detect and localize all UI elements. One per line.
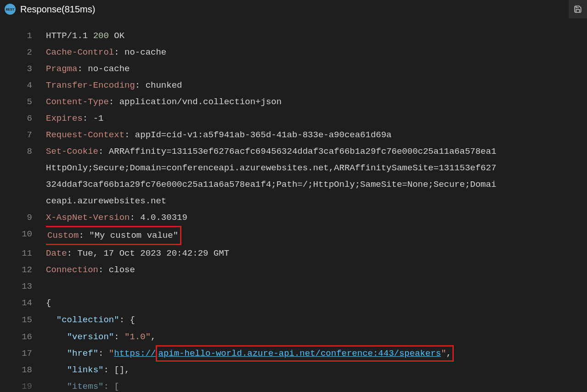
code-token: 200: [93, 31, 109, 41]
line-number: 6: [0, 110, 46, 127]
save-button[interactable]: [569, 0, 587, 18]
code-token: : chunked: [135, 80, 182, 90]
code-token: :: [98, 348, 109, 358]
line-content: Transfer-Encoding: chunked: [46, 77, 587, 94]
code-token: ": [441, 348, 446, 358]
code-token: : Tue, 17 Oct 2023 20:42:29 GMT: [67, 248, 229, 258]
line-number: 13: [0, 278, 46, 295]
line-content: ⌄{: [46, 295, 587, 312]
code-token: : application/vnd.collection+json: [109, 97, 282, 107]
code-token: HTTP/1.1: [46, 31, 93, 41]
line-content: Cache-Control: no-cache: [46, 44, 587, 61]
code-token: Connection: [46, 265, 98, 275]
line-number: 2: [0, 44, 46, 61]
code-token: HttpOnly;Secure;Domain=conferenceapi.azu…: [46, 163, 497, 173]
code-token: Request-Context: [46, 130, 124, 140]
code-line[interactable]: 8Set-Cookie: ARRAffinity=131153ef6276acf…: [0, 143, 587, 209]
code-token: : ARRAffinity=131153ef6276acfc69456324dd…: [98, 146, 497, 157]
code-token: : [],: [103, 365, 130, 375]
line-content: HTTP/1.1 200 OK: [46, 28, 587, 44]
line-number: 18: [0, 362, 46, 378]
line-content: X-AspNet-Version: 4.0.30319: [46, 209, 587, 226]
response-title: Response(815ms): [20, 4, 95, 15]
code-line[interactable]: 2Cache-Control: no-cache: [0, 44, 587, 61]
code-line[interactable]: 11Date: Tue, 17 Oct 2023 20:42:29 GMT: [0, 245, 587, 262]
highlight-annotation: apim-hello-world.azure-api.net/conferenc…: [156, 345, 454, 362]
code-token: : -1: [83, 113, 104, 123]
line-number: 7: [0, 127, 46, 143]
line-number: 12: [0, 262, 46, 278]
code-token: ": [109, 348, 114, 358]
code-token: Cache-Control: [46, 47, 114, 57]
line-content: Set-Cookie: ARRAffinity=131153ef6276acfc…: [46, 143, 587, 209]
line-content: Connection: close: [46, 262, 587, 278]
code-line[interactable]: 4Transfer-Encoding: chunked: [0, 77, 587, 94]
line-content: Date: Tue, 17 Oct 2023 20:42:29 GMT: [46, 245, 587, 262]
code-line[interactable]: 13: [0, 278, 587, 295]
rest-icon: REST: [5, 4, 16, 15]
code-token: Transfer-Encoding: [46, 80, 135, 90]
line-number: 11: [0, 245, 46, 262]
line-number: 19: [0, 378, 46, 392]
code-token: 324ddaf3caf66b1a29fc76e000c25a11a6a578ea…: [46, 179, 497, 190]
code-line[interactable]: 6Expires: -1: [0, 110, 587, 127]
code-token: Pragma: [46, 64, 77, 74]
code-line[interactable]: 18 "links": [],: [0, 362, 587, 378]
code-token: : "My custom value": [79, 230, 178, 241]
code-token: Date: [46, 248, 67, 258]
code-token: Content-Type: [46, 97, 109, 107]
line-number: 9: [0, 209, 46, 226]
code-token[interactable]: https://: [114, 348, 156, 358]
response-header: REST Response(815ms): [0, 0, 587, 18]
save-icon: [574, 5, 582, 13]
code-line[interactable]: 14⌄{: [0, 295, 587, 312]
line-content: ⌄ "items": [: [46, 378, 587, 392]
code-token: {: [46, 298, 51, 308]
code-token: :: [114, 332, 124, 342]
line-number: 17: [0, 345, 46, 362]
code-line[interactable]: 3Pragma: no-cache: [0, 61, 587, 77]
code-token: "href": [67, 348, 98, 358]
code-line[interactable]: 19⌄ "items": [: [0, 378, 587, 392]
code-token: "collection": [56, 315, 119, 325]
code-line[interactable]: 15⌄ "collection": {: [0, 312, 587, 329]
line-content: "version": "1.0",: [46, 329, 587, 345]
line-content: Request-Context: appId=cid-v1:a5f941ab-3…: [46, 127, 587, 143]
line-content: "href": "https://apim-hello-world.azure-…: [46, 345, 587, 362]
code-token: OK: [109, 31, 124, 41]
highlight-annotation: Custom: "My custom value": [46, 226, 181, 245]
line-content: "links": [],: [46, 362, 587, 378]
rest-icon-label: REST: [6, 7, 14, 11]
code-token: ,: [446, 348, 452, 358]
code-line[interactable]: 12Connection: close: [0, 262, 587, 278]
code-token: "items": [67, 381, 104, 392]
line-content: Content-Type: application/vnd.collection…: [46, 94, 587, 110]
code-token: "links": [67, 365, 104, 375]
code-line[interactable]: 16 "version": "1.0",: [0, 329, 587, 345]
code-token: "version": [67, 332, 114, 342]
code-line[interactable]: 7Request-Context: appId=cid-v1:a5f941ab-…: [0, 127, 587, 143]
code-token: Expires: [46, 113, 83, 123]
code-line[interactable]: 9X-AspNet-Version: 4.0.30319: [0, 209, 587, 226]
code-editor[interactable]: 1HTTP/1.1 200 OK2Cache-Control: no-cache…: [0, 18, 587, 392]
code-token: : close: [98, 265, 135, 275]
code-token: : appId=cid-v1:a5f941ab-365d-41ab-833e-a…: [124, 130, 392, 140]
code-token: ,: [151, 332, 156, 342]
code-token[interactable]: apim-hello-world.azure-api.net/conferenc…: [158, 348, 441, 358]
code-line[interactable]: 10Custom: "My custom value": [0, 226, 587, 245]
code-token: : no-cache: [77, 64, 130, 74]
line-number: 8: [0, 143, 46, 160]
line-number: 1: [0, 28, 46, 44]
code-token: Set-Cookie: [46, 146, 98, 157]
line-number: 4: [0, 77, 46, 94]
line-number: 15: [0, 312, 46, 328]
line-number: 3: [0, 61, 46, 77]
line-number: 14: [0, 295, 46, 311]
code-line[interactable]: 17 "href": "https://apim-hello-world.azu…: [0, 345, 587, 362]
code-line[interactable]: 5Content-Type: application/vnd.collectio…: [0, 94, 587, 110]
code-line[interactable]: 1HTTP/1.1 200 OK: [0, 28, 587, 44]
code-token: Custom: [47, 230, 79, 241]
line-content: ⌄ "collection": {: [46, 312, 587, 329]
line-content: Custom: "My custom value": [46, 226, 587, 245]
code-token: "1.0": [124, 332, 151, 342]
